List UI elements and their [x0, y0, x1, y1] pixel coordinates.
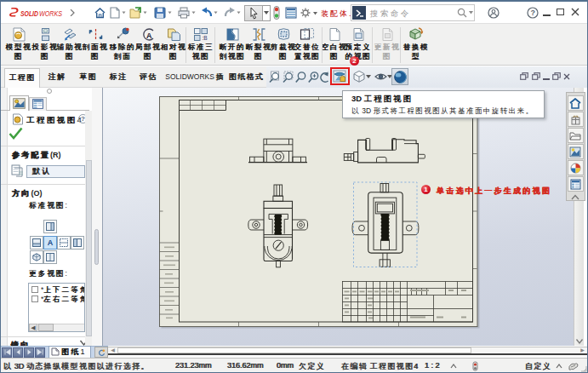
svg-text:?: ?: [530, 9, 535, 17]
svg-text:WORKS: WORKS: [39, 9, 62, 18]
svg-text:SOLID: SOLID: [20, 9, 38, 18]
svg-text::B: :B: [203, 35, 208, 41]
svg-text:A: A: [146, 32, 152, 40]
